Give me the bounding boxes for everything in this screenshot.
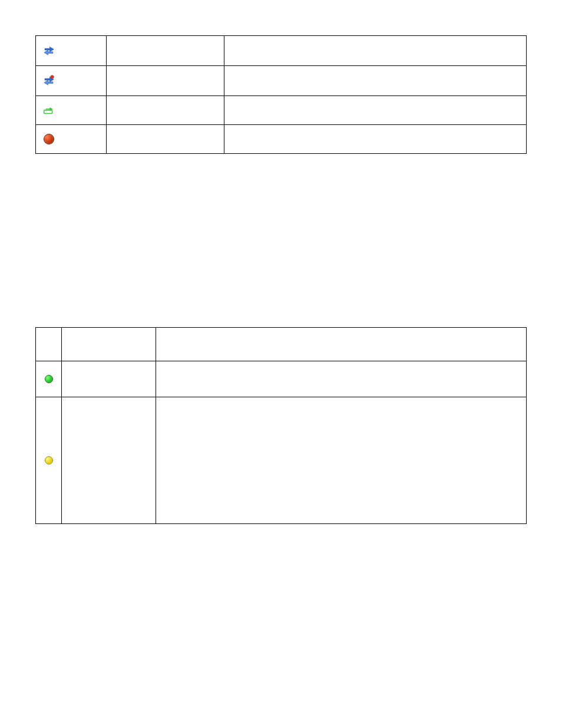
link-item[interactable] bbox=[77, 214, 230, 222]
icon-name bbox=[107, 36, 224, 66]
icon-desc bbox=[224, 125, 527, 154]
drive-arrow-icon bbox=[42, 103, 56, 117]
status-table bbox=[35, 327, 527, 524]
link-list bbox=[59, 188, 527, 223]
svg-rect-1 bbox=[44, 110, 52, 114]
header-cell bbox=[156, 328, 527, 361]
table-row bbox=[36, 96, 527, 125]
header-cell bbox=[62, 328, 156, 361]
table-row bbox=[36, 66, 527, 96]
icon-name bbox=[107, 125, 224, 154]
status-icon-cell bbox=[36, 397, 62, 524]
link-item[interactable] bbox=[77, 201, 183, 209]
table-row bbox=[36, 397, 527, 524]
table-row bbox=[36, 36, 527, 66]
icon-desc bbox=[224, 66, 527, 96]
header-cell bbox=[36, 328, 62, 361]
icon-desc bbox=[224, 96, 527, 125]
status-icon-cell bbox=[36, 361, 62, 397]
status-name bbox=[62, 397, 156, 524]
svg-point-0 bbox=[51, 75, 54, 79]
error-circle-icon bbox=[42, 132, 56, 146]
icon-legend-table bbox=[35, 35, 527, 154]
status-desc bbox=[156, 361, 527, 397]
icon-desc bbox=[224, 36, 527, 66]
swap-arrows-conflict-icon bbox=[42, 73, 56, 87]
link-item[interactable] bbox=[77, 188, 124, 196]
icon-name bbox=[107, 66, 224, 96]
swap-arrows-icon bbox=[42, 43, 56, 57]
document-page bbox=[0, 0, 562, 548]
icon-cell bbox=[36, 66, 107, 96]
icon-cell bbox=[36, 36, 107, 66]
icon-cell bbox=[36, 125, 107, 154]
warn-circle-icon bbox=[42, 453, 56, 467]
table-header-row bbox=[36, 328, 527, 361]
table-row bbox=[36, 125, 527, 154]
status-desc bbox=[156, 397, 527, 524]
table-row bbox=[36, 361, 527, 397]
icon-cell bbox=[36, 96, 107, 125]
ok-circle-icon bbox=[42, 372, 56, 386]
status-name bbox=[62, 361, 156, 397]
icon-name bbox=[107, 96, 224, 125]
